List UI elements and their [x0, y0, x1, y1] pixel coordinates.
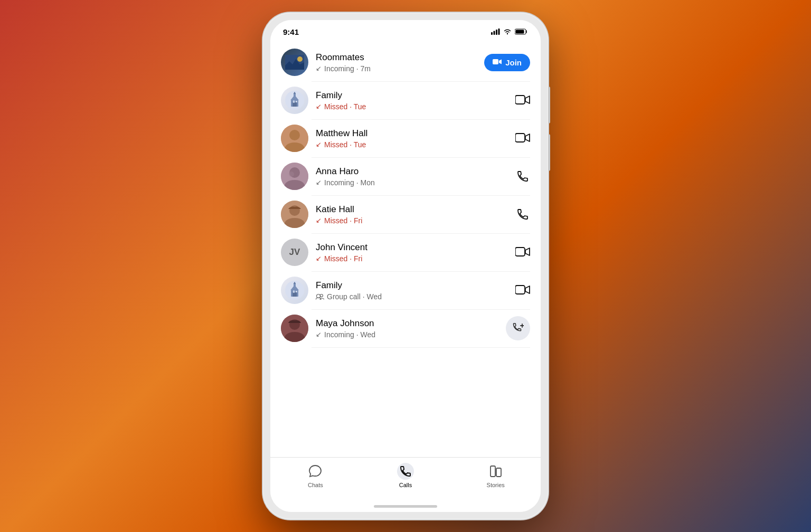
- svg-rect-18: [515, 96, 525, 104]
- stories-nav-icon: [489, 464, 503, 478]
- svg-rect-1: [494, 31, 495, 35]
- arrow-incoming-icon: ↙: [316, 178, 322, 186]
- church-avatar-icon-2: [285, 281, 304, 300]
- status-time: 9:41: [283, 27, 299, 36]
- arrow-incoming-icon: ↙: [316, 330, 322, 338]
- home-indicator: [270, 500, 541, 512]
- nav-item-calls[interactable]: Calls: [361, 463, 451, 488]
- list-item[interactable]: Family ↙ Missed · Tue: [270, 81, 541, 119]
- list-item[interactable]: Katie Hall ↙ Missed · Fri: [270, 195, 541, 233]
- landscape-avatar-icon: [285, 55, 304, 70]
- calls-label: Calls: [399, 482, 412, 488]
- svg-rect-0: [491, 32, 493, 35]
- list-item[interactable]: Matthew Hall ↙ Missed · Tue: [270, 119, 541, 157]
- list-item[interactable]: Roommates ↙ Incoming · 7m Join: [270, 43, 541, 81]
- status-text: Missed · Fri: [324, 254, 362, 263]
- arrow-missed-icon: ↙: [316, 102, 322, 110]
- svg-rect-44: [496, 468, 501, 477]
- status-bar: 9:41: [270, 20, 541, 43]
- group-icon: [316, 293, 324, 300]
- svg-point-4: [507, 33, 508, 34]
- phone-icon: [516, 170, 529, 183]
- person-avatar-katie: [281, 201, 308, 228]
- phone-call-button[interactable]: [515, 207, 530, 222]
- status-text: Incoming · Mon: [324, 178, 375, 187]
- call-info: John Vincent ↙ Missed · Fri: [316, 242, 508, 263]
- video-call-button[interactable]: [515, 245, 530, 260]
- svg-rect-43: [491, 466, 495, 477]
- church-avatar-icon: [285, 91, 304, 110]
- svg-rect-33: [293, 292, 297, 297]
- wifi-icon: [503, 28, 512, 35]
- call-status: Group call · Wed: [316, 292, 508, 301]
- add-call-button[interactable]: [506, 316, 530, 340]
- initials-label: JV: [289, 247, 300, 258]
- status-icons: [491, 28, 528, 35]
- call-status: ↙ Incoming · Mon: [316, 178, 508, 187]
- call-status: ↙ Missed · Tue: [316, 102, 508, 111]
- svg-rect-17: [296, 101, 297, 102]
- call-list: Roommates ↙ Incoming · 7m Join: [270, 43, 541, 457]
- call-status: ↙ Missed · Fri: [316, 254, 508, 263]
- add-call-icon-container[interactable]: [506, 316, 530, 340]
- person-avatar-anna: [281, 163, 308, 190]
- avatar: [281, 125, 308, 152]
- phone-icon: [516, 208, 529, 221]
- call-info: Maya Johnson ↙ Incoming · Wed: [316, 318, 498, 339]
- svg-rect-35: [296, 291, 297, 292]
- join-label: Join: [505, 58, 522, 67]
- arrow-missed-icon: ↙: [316, 254, 322, 262]
- call-info: Family ↙ Missed · Tue: [316, 90, 508, 111]
- video-call-button[interactable]: [515, 283, 530, 298]
- stories-label: Stories: [487, 482, 505, 488]
- status-text: Group call · Wed: [327, 292, 382, 301]
- call-info: Family Group call · Wed: [316, 280, 508, 301]
- call-info: Matthew Hall ↙ Missed · Tue: [316, 128, 508, 149]
- svg-point-20: [289, 130, 300, 140]
- phone-call-button[interactable]: [515, 169, 530, 184]
- svg-point-8: [297, 56, 303, 62]
- chats-icon: [307, 463, 324, 480]
- avatar: [281, 49, 308, 76]
- svg-point-24: [289, 172, 294, 177]
- contact-name: Maya Johnson: [316, 318, 498, 329]
- list-item[interactable]: Maya Johnson ↙ Incoming · Wed: [270, 309, 541, 347]
- chat-bubble-icon: [308, 464, 322, 478]
- person-avatar-matthew: [281, 125, 308, 152]
- battery-icon: [515, 28, 528, 35]
- arrow-incoming-icon: ↙: [316, 64, 322, 72]
- call-info: Roommates ↙ Incoming · 7m: [316, 52, 477, 73]
- video-icon: [493, 59, 502, 66]
- list-item[interactable]: Anna Haro ↙ Incoming · Mon: [270, 157, 541, 195]
- svg-point-37: [320, 294, 323, 297]
- contact-name: Roommates: [316, 52, 477, 63]
- arrow-missed-icon: ↙: [316, 140, 322, 148]
- calls-icon: [397, 463, 414, 480]
- nav-item-stories[interactable]: Stories: [450, 463, 541, 488]
- contact-name: Matthew Hall: [316, 128, 508, 139]
- svg-rect-16: [293, 100, 295, 103]
- avatar: [281, 201, 308, 228]
- nav-item-chats[interactable]: Chats: [270, 463, 361, 488]
- stories-icon: [487, 463, 504, 480]
- status-text: Incoming · Wed: [324, 330, 375, 339]
- avatar: [281, 277, 308, 304]
- video-camera-icon: [515, 284, 530, 296]
- contact-name: John Vincent: [316, 242, 508, 253]
- svg-rect-38: [515, 286, 525, 294]
- call-action[interactable]: Join: [484, 54, 530, 71]
- status-text: Missed · Tue: [324, 102, 366, 111]
- phone-screen: 9:41: [270, 20, 541, 512]
- svg-rect-3: [498, 28, 500, 35]
- list-item[interactable]: JV John Vincent ↙ Missed · Fri: [270, 233, 541, 271]
- list-item[interactable]: Family Group call · Wed: [270, 271, 541, 309]
- svg-rect-15: [293, 102, 297, 107]
- svg-rect-6: [516, 30, 524, 34]
- bottom-nav: Chats Calls Stories: [270, 457, 541, 500]
- video-call-button[interactable]: [515, 131, 530, 146]
- avatar: [281, 163, 308, 190]
- video-call-button[interactable]: [515, 93, 530, 108]
- chats-label: Chats: [308, 482, 323, 488]
- add-call-icon: [512, 322, 524, 334]
- join-button[interactable]: Join: [484, 54, 530, 71]
